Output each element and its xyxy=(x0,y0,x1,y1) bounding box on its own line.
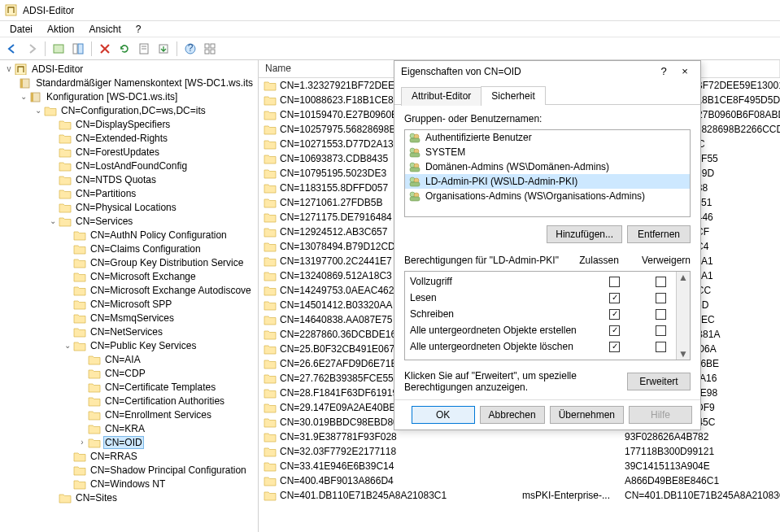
allow-checkbox[interactable]: ✓ xyxy=(609,342,620,352)
tree-item[interactable]: CN=NetServices xyxy=(0,325,258,338)
expand-icon[interactable]: v xyxy=(3,64,15,73)
remove-button[interactable]: Entfernen xyxy=(627,225,691,243)
tree-item[interactable]: ⌄CN=Services xyxy=(0,214,258,228)
expand-icon[interactable]: ⌄ xyxy=(47,216,59,225)
tab-attribute-editor[interactable]: Attribut-Editor xyxy=(401,87,482,106)
menu-view[interactable]: Ansicht xyxy=(82,22,127,37)
menu-action[interactable]: Aktion xyxy=(41,22,81,37)
tree-item[interactable]: CN=Certification Authorities xyxy=(0,394,258,408)
advanced-button[interactable]: Erweitert xyxy=(627,373,691,390)
new-container-button[interactable] xyxy=(50,40,68,58)
deny-checkbox[interactable] xyxy=(656,325,666,336)
tree-item[interactable]: CN=Claims Configuration xyxy=(0,242,258,255)
tree-item[interactable]: CN=Shadow Principal Configuration xyxy=(0,463,258,477)
scroll-up-icon[interactable]: ▲ xyxy=(678,272,688,283)
tree-item[interactable]: CN=Microsoft Exchange xyxy=(0,269,258,283)
tree-item[interactable]: ⌄CN=Configuration,DC=ws,DC=its xyxy=(0,103,258,117)
allow-checkbox[interactable]: ✓ xyxy=(609,309,620,320)
expand-icon[interactable]: ⌄ xyxy=(33,106,44,115)
tree-item[interactable]: Standardmäßiger Namenskontext [WS-DC1.ws… xyxy=(0,76,258,89)
tree-root[interactable]: v ADSI-Editor xyxy=(0,62,258,76)
forward-button[interactable] xyxy=(23,40,41,58)
tree-label: CN=ForestUpdates xyxy=(74,146,161,158)
tree-item[interactable]: CN=KRA xyxy=(0,421,258,435)
tree-item[interactable]: CN=Enrollment Services xyxy=(0,408,258,421)
scroll-down-icon[interactable]: ▼ xyxy=(678,348,688,360)
folder-icon xyxy=(73,271,86,282)
dialog-help-button[interactable]: ? xyxy=(655,65,673,77)
tree-item[interactable]: CN=LostAndFoundConfig xyxy=(0,159,258,172)
tree-label: CN=KRA xyxy=(103,423,146,434)
list-row[interactable]: CN=401.DB110E71B245A8A21083C1msPKI-Enter… xyxy=(259,488,780,503)
cell-name: CN=32.03F7792E2177118 xyxy=(280,446,396,457)
list-row[interactable]: CN=33.41E946E6B39C1439C1415113A904E xyxy=(259,459,780,473)
cancel-button[interactable]: Abbrechen xyxy=(480,406,545,424)
user-row[interactable]: Authentifizierte Benutzer xyxy=(405,130,690,145)
tree-pane[interactable]: v ADSI-Editor Standardmäßiger Namenskont… xyxy=(0,60,259,532)
deny-checkbox[interactable] xyxy=(656,293,666,303)
tree-item[interactable]: CN=NTDS Quotas xyxy=(0,172,258,186)
list-row[interactable]: CN=31.9E387781F93F02893F028626A4B782 xyxy=(259,430,780,444)
tree-item[interactable]: CN=Group Key Distribution Service xyxy=(0,255,258,269)
allow-checkbox[interactable]: ✓ xyxy=(609,293,620,303)
explorer-button[interactable] xyxy=(69,40,87,58)
tree-item[interactable]: ›CN=OID xyxy=(0,435,258,449)
cell-klasse: msPKI-Enterprise-... xyxy=(517,490,620,501)
tree-item[interactable]: ⌄Konfiguration [WS-DC1.ws.its] xyxy=(0,89,258,103)
tree-label: CN=NetServices xyxy=(89,326,164,338)
tree-item[interactable]: CN=Sites xyxy=(0,491,258,504)
tree-item[interactable]: ⌄CN=Public Key Services xyxy=(0,338,258,352)
user-row[interactable]: Organisations-Admins (WS\Organisations-A… xyxy=(405,189,690,203)
deny-checkbox[interactable] xyxy=(656,342,666,352)
tile-button[interactable] xyxy=(201,40,219,58)
tree-item[interactable]: CN=Partitions xyxy=(0,186,258,200)
tree-item[interactable]: CN=CDP xyxy=(0,366,258,380)
export-button[interactable] xyxy=(155,40,172,58)
tree-item[interactable]: CN=MsmqServices xyxy=(0,311,258,325)
user-row[interactable]: LD-Admin-PKI (WS\LD-Admin-PKI) xyxy=(405,174,690,189)
cell-dn: CN=401.DB110E71B245A8A21083C1 xyxy=(620,490,780,501)
list-row[interactable]: CN=400.4BF9013A866D4A866D49BE8E846C1 xyxy=(259,473,780,488)
allow-checkbox[interactable] xyxy=(609,277,620,287)
tree-item[interactable]: CN=ForestUpdates xyxy=(0,145,258,159)
ok-button[interactable]: OK xyxy=(412,406,475,424)
tree-item[interactable]: CN=Extended-Rights xyxy=(0,131,258,145)
tree-item[interactable]: CN=DisplaySpecifiers xyxy=(0,117,258,131)
deny-checkbox[interactable] xyxy=(656,309,666,320)
deny-checkbox[interactable] xyxy=(656,277,666,287)
tree-item[interactable]: CN=RRAS xyxy=(0,449,258,463)
expand-icon[interactable]: ⌄ xyxy=(18,92,29,101)
properties-button[interactable] xyxy=(135,40,153,58)
tree-item[interactable]: CN=Certificate Templates xyxy=(0,380,258,394)
user-row[interactable]: SYSTEM xyxy=(405,145,690,159)
permissions-listbox[interactable]: VollzugriffLesen✓Schreiben✓Alle untergeo… xyxy=(404,271,691,360)
tree-item[interactable]: CN=Physical Locations xyxy=(0,200,258,214)
scrollbar[interactable]: ▲ ▼ xyxy=(676,272,690,360)
user-row[interactable]: Domänen-Admins (WS\Domänen-Admins) xyxy=(405,159,690,174)
tree-item[interactable]: CN=AIA xyxy=(0,352,258,366)
expand-icon[interactable]: › xyxy=(76,438,88,447)
delete-button[interactable] xyxy=(96,40,114,58)
add-button[interactable]: Hinzufügen... xyxy=(547,225,622,243)
back-button[interactable] xyxy=(3,40,21,58)
tree-item[interactable]: CN=Microsoft Exchange Autodiscove xyxy=(0,283,258,297)
folder-icon xyxy=(264,168,277,179)
list-row[interactable]: CN=32.03F7792E2177118177118B300D99121 xyxy=(259,444,780,459)
apply-button[interactable]: Übernehmen xyxy=(550,406,624,424)
tree-label: CN=Configuration,DC=ws,DC=its xyxy=(59,105,207,116)
menu-help[interactable]: ? xyxy=(129,22,148,37)
help-footer-button[interactable]: Hilfe xyxy=(629,406,692,424)
allow-checkbox[interactable]: ✓ xyxy=(609,325,620,336)
refresh-button[interactable] xyxy=(115,40,133,58)
svg-rect-15 xyxy=(205,44,209,48)
tree-item[interactable]: CN=Microsoft SPP xyxy=(0,297,258,311)
users-listbox[interactable]: Authentifizierte BenutzerSYSTEMDomänen-A… xyxy=(404,129,691,217)
expand-icon[interactable]: ⌄ xyxy=(62,341,73,350)
tab-security[interactable]: Sicherheit xyxy=(481,86,545,105)
tree-item[interactable]: CN=Windows NT xyxy=(0,477,258,491)
list-pane[interactable]: Name Klasse Definierter Name CN=1.323279… xyxy=(259,60,780,532)
menu-file[interactable]: Datei xyxy=(3,22,39,37)
dialog-close-button[interactable]: × xyxy=(676,65,694,77)
help-button[interactable]: ? xyxy=(181,40,199,58)
tree-item[interactable]: CN=AuthN Policy Configuration xyxy=(0,228,258,242)
